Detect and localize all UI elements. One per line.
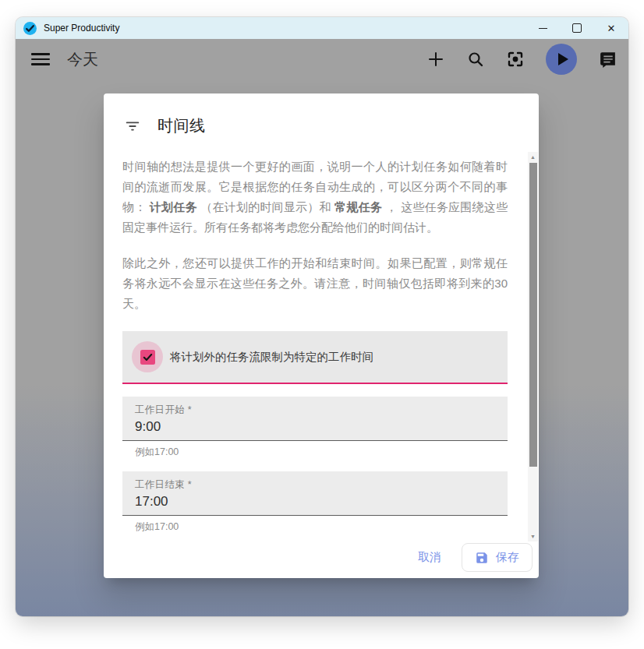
filter-icon [124,118,141,135]
scrollbar-thumb[interactable] [529,163,537,467]
work-end-hint: 例如17:00 [122,516,508,534]
dialog-actions: 取消 保存 [404,543,533,572]
titlebar: Super Productivity ✕ [16,17,628,39]
scroll-up-arrow[interactable]: ▲ [528,152,538,162]
scroll-down-arrow[interactable]: ▼ [528,531,538,541]
window-controls: ✕ [525,17,628,39]
save-button-label: 保存 [496,550,519,565]
checkbox-ripple[interactable] [132,341,163,372]
floppy-disk-icon [475,551,489,565]
description-paragraph-1: 时间轴的想法是提供一个更好的画面，说明一个人的计划任务如何随着时间的流逝而发展。… [122,157,508,238]
checkmark-icon [142,351,154,363]
dialog-title: 时间线 [157,115,206,136]
work-start-label: 工作日开始 * [135,404,495,417]
app-content: 今天 [16,39,628,616]
dialog-header: 时间线 [104,93,539,144]
minimize-icon [539,28,547,29]
dialog-content: 时间轴的想法是提供一个更好的画面，说明一个人的计划任务如何随着时间的流逝而发展。… [104,144,539,534]
timeline-settings-dialog: 时间线 时间轴的想法是提供一个更好的画面，说明一个人的计划任务如何随着时间的流逝… [104,93,539,578]
maximize-button[interactable] [560,17,594,39]
app-logo-icon [23,22,37,35]
work-end-field[interactable]: 工作日结束 * [122,471,508,516]
work-hours-toggle-row[interactable]: 将计划外的任务流限制为特定的工作时间 [122,331,508,384]
work-start-field[interactable]: 工作日开始 * [122,397,508,441]
window-title: Super Productivity [44,23,119,34]
app-window: Super Productivity ✕ 今天 [16,17,628,616]
close-button[interactable]: ✕ [594,17,628,39]
minimize-button[interactable] [525,17,560,39]
dialog-scrollbar[interactable]: ▲ ▼ [528,152,538,541]
work-end-label: 工作日结束 * [135,478,495,492]
work-start-hint: 例如17:00 [122,441,508,459]
checkbox-label: 将计划外的任务流限制为特定的工作时间 [170,350,373,365]
close-icon: ✕ [607,23,616,34]
save-button[interactable]: 保存 [462,543,533,572]
description-paragraph-2: 除此之外，您还可以提供工作的开始和结束时间。如果已配置，则常规任务将永远不会显示… [122,253,508,314]
work-end-input[interactable] [135,494,495,510]
work-hours-checkbox[interactable] [140,350,155,365]
maximize-icon [572,23,582,33]
cancel-button[interactable]: 取消 [404,543,455,572]
work-start-input[interactable] [135,419,495,435]
